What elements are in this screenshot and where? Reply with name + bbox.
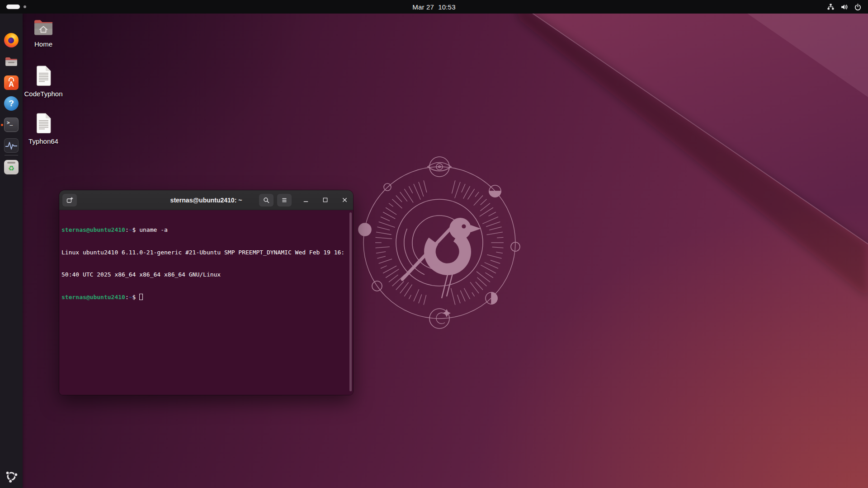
prompt-colon: : bbox=[125, 294, 129, 300]
workspace-dot bbox=[24, 5, 26, 8]
terminal-line-prompt2: sternas@ubuntu2410:~$ bbox=[61, 294, 351, 301]
search-icon bbox=[263, 197, 270, 204]
terminal-window: sternas@ubuntu2410: ~ bbox=[59, 190, 353, 395]
dock-item-help[interactable]: ? bbox=[4, 96, 19, 111]
desktop-icon-home[interactable]: Home bbox=[19, 18, 68, 48]
terminal-scrollbar[interactable] bbox=[349, 212, 352, 391]
app-center-letter: A bbox=[9, 81, 14, 90]
prompt-user: sternas@ubuntu2410 bbox=[61, 294, 125, 300]
terminal-titlebar[interactable]: sternas@ubuntu2410: ~ bbox=[59, 190, 353, 210]
desktop: Mar 27 10:53 bbox=[0, 0, 868, 488]
prompt-path: ~ bbox=[129, 294, 132, 300]
prompt-user: sternas@ubuntu2410 bbox=[61, 226, 125, 233]
home-folder-icon bbox=[33, 18, 54, 37]
clock-time: 10:53 bbox=[438, 3, 456, 11]
terminal-content[interactable]: sternas@ubuntu2410:~$uname -a Linux ubun… bbox=[59, 210, 353, 395]
prompt-path: ~ bbox=[129, 226, 132, 233]
power-icon bbox=[854, 3, 862, 11]
terminal-line-prompt1: sternas@ubuntu2410:~$uname -a bbox=[61, 226, 351, 234]
hamburger-menu-icon bbox=[281, 197, 288, 204]
prompt-dollar: $ bbox=[132, 294, 136, 300]
desktop-icon-label: CodeTyphon bbox=[19, 90, 68, 98]
new-tab-button[interactable] bbox=[62, 194, 77, 206]
minimize-button[interactable] bbox=[300, 194, 311, 206]
search-button[interactable] bbox=[259, 194, 274, 206]
workspace-pill-active bbox=[6, 5, 20, 9]
activities-indicator[interactable] bbox=[6, 0, 26, 14]
maximize-icon bbox=[322, 197, 329, 203]
desktop-icon-codetyphon[interactable]: CodeTyphon bbox=[19, 65, 68, 98]
maximize-button[interactable] bbox=[320, 194, 330, 206]
top-bar: Mar 27 10:53 bbox=[0, 0, 868, 14]
updater-top-bar bbox=[7, 162, 15, 164]
desktop-icon-label: Home bbox=[19, 40, 68, 48]
software-updater-icon: ♻ bbox=[4, 160, 19, 174]
new-tab-icon bbox=[66, 197, 73, 204]
firefox-icon bbox=[4, 33, 19, 47]
desktop-icon-label: Typhon64 bbox=[19, 137, 68, 145]
running-indicator-dot bbox=[1, 124, 3, 126]
dock-divider bbox=[5, 155, 18, 155]
help-question-mark: ? bbox=[9, 99, 14, 108]
recycle-glyph: ♻ bbox=[8, 164, 14, 173]
dock-item-system-monitor[interactable] bbox=[4, 138, 19, 153]
dock-item-software-updater[interactable]: ♻ bbox=[4, 160, 19, 174]
document-icon bbox=[34, 65, 52, 87]
system-monitor-icon bbox=[4, 138, 19, 153]
oriole-emblem bbox=[359, 157, 520, 328]
desktop-icon-typhon64[interactable]: Typhon64 bbox=[19, 113, 68, 145]
show-apps-button[interactable] bbox=[4, 469, 19, 483]
dock-item-app-center[interactable]: A bbox=[4, 75, 19, 90]
help-icon: ? bbox=[4, 96, 19, 111]
terminal-title: sternas@ubuntu2410: ~ bbox=[170, 197, 242, 204]
dock-item-terminal[interactable]: >_ bbox=[4, 117, 19, 132]
terminal-prompt-glyph: >_ bbox=[7, 120, 13, 126]
volume-icon bbox=[840, 3, 848, 11]
network-icon bbox=[827, 3, 835, 11]
document-icon bbox=[34, 113, 52, 134]
prompt-dollar: $ bbox=[132, 226, 136, 233]
terminal-output-line: 50:40 UTC 2025 x86_64 x86_64 x86_64 GNU/… bbox=[61, 271, 351, 279]
menu-button[interactable] bbox=[277, 194, 292, 206]
clock[interactable]: Mar 27 10:53 bbox=[412, 0, 455, 14]
terminal-output-line: Linux ubuntu2410 6.11.0-21-generic #21-U… bbox=[61, 249, 351, 257]
dock-item-firefox[interactable] bbox=[4, 33, 19, 47]
close-icon bbox=[341, 197, 348, 203]
bag-handle bbox=[9, 77, 14, 81]
minimize-icon bbox=[302, 197, 309, 203]
app-center-icon: A bbox=[4, 75, 19, 90]
ubuntu-logo-icon bbox=[5, 470, 18, 483]
terminal-icon: >_ bbox=[4, 117, 19, 132]
dock-item-files[interactable] bbox=[4, 54, 19, 69]
prompt-colon: : bbox=[125, 226, 129, 233]
clock-date: Mar 27 bbox=[412, 3, 434, 11]
close-button[interactable] bbox=[339, 194, 350, 206]
system-tray[interactable] bbox=[827, 0, 862, 14]
files-icon bbox=[4, 54, 19, 69]
terminal-cursor bbox=[139, 294, 143, 300]
command-text: uname -a bbox=[139, 226, 168, 233]
dock: A ? >_ ♻ bbox=[0, 14, 23, 488]
